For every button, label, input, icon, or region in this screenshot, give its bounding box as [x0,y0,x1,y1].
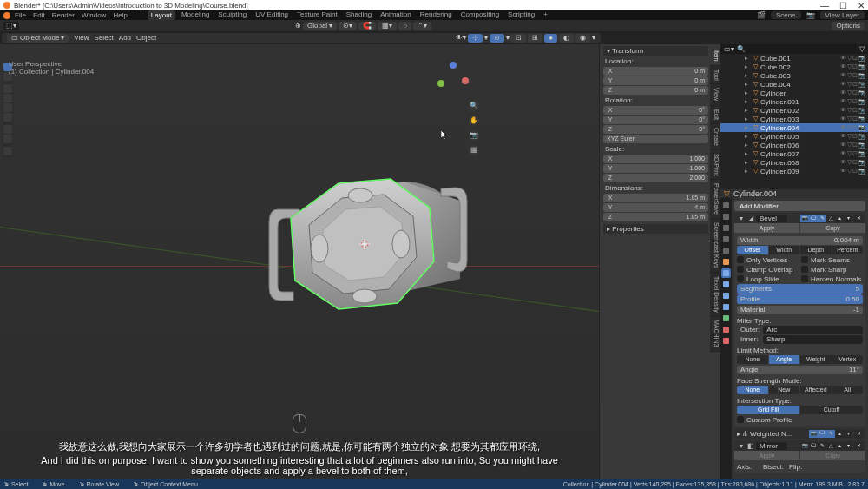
tab-world[interactable] [721,246,731,255]
submenu-select[interactable]: Select [95,34,114,42]
rotation-z[interactable]: 0° [617,125,708,134]
harden-normals-check[interactable] [801,275,808,282]
tab-output[interactable] [721,212,731,221]
fsm-none[interactable]: None [737,386,768,394]
workspace-animation[interactable]: Animation [378,10,414,20]
mir-down[interactable]: ▾ [844,442,852,450]
outliner-display-mode-icon[interactable]: ▭▾ [724,45,734,53]
mode-selector[interactable]: ▭ Object Mode ▾ [7,34,69,43]
mod-show-viewport[interactable]: 🖵 [809,215,818,222]
mir-show-render[interactable]: 📷 [800,442,809,450]
menu-file[interactable]: File [12,11,29,19]
fsm-affected[interactable]: Affected [800,386,832,394]
width-method[interactable]: Offset Width Depth Percent [737,246,863,254]
rotation-y[interactable]: 0° [617,116,708,124]
mir-show-cage[interactable]: △ [826,442,835,450]
mod-delete[interactable]: ✕ [854,215,863,222]
3d-viewport[interactable]: 🔍 ✋ 📷 ▦ User Perspective (1) Collection … [0,44,599,489]
expand-icon[interactable]: ▾ [737,442,745,450]
tool-move[interactable] [3,84,12,93]
tab-render[interactable] [721,201,731,210]
mir-delete[interactable]: ✕ [854,442,863,450]
method-offset[interactable]: Offset [737,246,768,254]
limit-none[interactable]: None [737,355,768,364]
ntab-3dprint[interactable]: 3D-Print [710,150,720,181]
workspace-rendering[interactable]: Rendering [418,10,455,20]
add-modifier-button[interactable]: Add Modifier [734,201,865,211]
proportional-edit[interactable]: ○ [398,22,411,30]
width-value[interactable]: 0.004 m [780,236,863,245]
gizmo-dropdown[interactable]: ▾ [484,34,488,42]
shading-wireframe[interactable]: ⊞ [528,34,542,43]
method-depth[interactable]: Depth [800,246,832,254]
ntab-edit[interactable]: Edit [710,106,720,124]
tab-constraints[interactable] [721,302,731,312]
wn-show-edit[interactable]: ✎ [826,430,835,438]
method-width[interactable]: Width [769,246,800,254]
ntab-view[interactable]: View [710,84,720,105]
loop-slide-check[interactable] [737,275,744,282]
tool-annotate[interactable] [3,125,12,134]
visibility-icon[interactable]: 👁▾ [456,34,466,42]
zoom-icon[interactable]: 🔍 [469,101,479,111]
ntab-powersave[interactable]: PowerSave [710,180,720,219]
app-logo-icon[interactable] [3,12,10,19]
properties-panel-header[interactable]: ▸ Properties [603,224,708,234]
wn-delete[interactable]: ✕ [854,430,863,438]
tab-mesh[interactable] [721,314,731,323]
workspace-modeling[interactable]: Modeling [179,10,212,20]
mod-show-edit[interactable]: ✎ [818,215,826,222]
tab-physics[interactable] [721,291,731,301]
outliner-filter-icon[interactable]: ▽ [859,45,865,53]
outliner-search-input[interactable] [748,45,857,53]
tab-modifiers[interactable] [721,268,731,278]
view-layer-name[interactable]: View Layer [820,11,865,19]
method-percent[interactable]: Percent [832,246,864,254]
pan-hand-icon[interactable]: ✋ [469,116,479,126]
shading-matprev[interactable]: ◐ [559,34,574,43]
pivot-point[interactable]: ⊙▾ [339,22,357,30]
modifier-mirror-name[interactable]: Mirror [756,442,787,450]
mirror-apply[interactable]: Apply [734,451,799,460]
tab-material[interactable] [721,325,731,334]
menu-edit[interactable]: Edit [30,11,48,19]
intersection-type[interactable]: Grid Fill Cutoff [737,406,863,414]
tool-transform[interactable] [3,113,12,122]
copy-button[interactable]: Copy [800,223,865,233]
segments-value[interactable]: 5 [780,285,863,294]
outliner-item[interactable]: ▸▽Cylinder.007👁▽⊡📷 [720,149,868,158]
custom-profile-check[interactable] [737,416,744,423]
itype-cutoff[interactable]: Cutoff [800,406,863,414]
outliner-item[interactable]: ▸▽Cylinder.004👁▽⊡📷 [720,123,868,132]
mod-show-cage[interactable]: △ [826,215,835,222]
navigation-gizmo[interactable] [437,62,469,93]
tab-object[interactable] [721,257,731,267]
profile-value[interactable]: 0.50 [780,295,863,304]
ntab-machin3[interactable]: MACHIN3 [710,316,720,352]
miter-outer[interactable]: Arc [763,326,863,334]
outliner-item[interactable]: ▸▽Cylinder.003👁▽⊡📷 [720,115,868,123]
snap-toggle[interactable]: 🧲 [358,22,376,30]
outliner-item[interactable]: ▸▽Cylinder.008👁▽⊡📷 [720,158,868,167]
proportional-falloff[interactable]: ⌃▾ [413,22,431,30]
shading-solid[interactable]: ● [544,34,557,43]
location-z[interactable]: 0 m [617,86,708,95]
window-close[interactable]: ✕ [858,1,865,10]
mod-move-down[interactable]: ▾ [844,215,852,222]
material-value[interactable]: -1 [780,306,863,314]
mirror-copy[interactable]: Copy [800,451,865,460]
wn-up[interactable]: ▴ [835,430,844,438]
scale-x[interactable]: 1.000 [617,155,708,163]
window-maximize[interactable]: ☐ [839,1,847,10]
fsm-new[interactable]: New [769,386,800,394]
scene-name[interactable]: Scene [771,11,801,19]
modifier-wn-name[interactable]: Weighted N... [750,430,792,438]
dim-z[interactable]: 1.85 m [617,213,708,221]
mir-up[interactable]: ▴ [835,442,844,450]
workspace-uv[interactable]: UV Editing [253,10,291,20]
wn-down[interactable]: ▾ [844,430,852,438]
outliner-item[interactable]: ▸▽Cube.001👁▽⊡📷 [720,54,868,63]
gizmo-y-axis[interactable] [437,80,444,87]
fsm-all[interactable]: All [832,386,864,394]
dim-y[interactable]: 4 m [617,203,708,212]
